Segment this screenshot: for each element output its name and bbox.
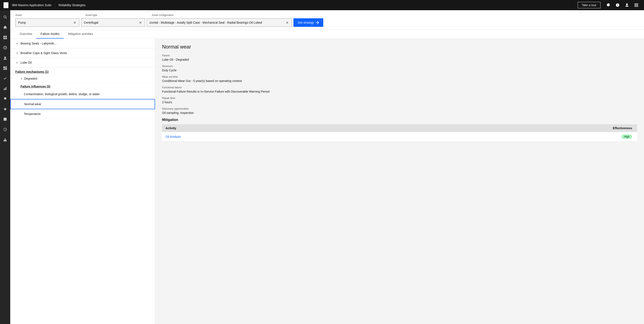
svg-rect-5: [637, 3, 638, 4]
functional-failure-value: Functional Failure Results in In-Service…: [162, 90, 637, 93]
top-navigation: IBM Maximo Application Suite Reliability…: [0, 0, 644, 10]
help-icon[interactable]: [613, 1, 622, 9]
discovery-value: Oil sampling, Inspection: [162, 111, 637, 115]
parent-label: Parent: [162, 54, 637, 57]
svg-line-31: [5, 130, 6, 130]
apps-icon[interactable]: [632, 1, 640, 9]
mitigation-table: Activity Effectiveness Oil Analysis High: [162, 124, 637, 142]
stressors-field: Stressors Duty Cycle: [162, 65, 637, 72]
svg-rect-24: [4, 89, 4, 90]
tree-leaf-temperature[interactable]: Temperature: [10, 109, 155, 119]
effectiveness-badge: High: [622, 135, 632, 139]
stressors-value: Duty Cycle: [162, 69, 637, 72]
asset-input[interactable]: [18, 21, 73, 24]
effectiveness-cell: High: [374, 132, 637, 142]
sidebar-tasks[interactable]: [0, 73, 10, 83]
sidebar-user[interactable]: [0, 53, 10, 63]
menu-icon[interactable]: [4, 2, 8, 8]
svg-rect-21: [5, 66, 7, 67]
svg-rect-8: [637, 5, 638, 5]
content-area: ∨ Bearing Seals - Labyrinth... ∨ Breathe…: [10, 39, 644, 324]
mitigation-table-header: Activity Effectiveness: [162, 124, 637, 132]
sidebar-search[interactable]: [0, 12, 10, 22]
asset-type-input-wrap[interactable]: ✕: [81, 18, 145, 27]
sidebar-analytics[interactable]: [0, 83, 10, 94]
detail-title: Normal wear: [162, 44, 637, 50]
functional-failure-field: Functional failure Functional Failure Re…: [162, 86, 637, 93]
svg-line-13: [6, 18, 6, 18]
sidebar-settings[interactable]: [0, 94, 10, 104]
chevron-breather-icon: ∨: [15, 51, 19, 54]
tree-leaf-contamination[interactable]: Contamination, biological growth, debris…: [10, 89, 155, 99]
failure-influences-section: Failure influences (3): [10, 83, 155, 89]
asset-input-wrap[interactable]: ✕: [15, 18, 79, 27]
asset-type-input[interactable]: [84, 21, 138, 24]
wear-out-label: Wear out time: [162, 75, 637, 78]
svg-rect-3: [634, 3, 636, 4]
sidebar-box[interactable]: [0, 114, 10, 124]
activity-header: Activity: [162, 124, 374, 132]
stressors-label: Stressors: [162, 65, 637, 68]
tree-panel: ∨ Bearing Seals - Labyrinth... ∨ Breathe…: [10, 39, 155, 324]
asset-type-label: Asset type: [84, 14, 152, 17]
tab-bar: Overview Failure modes Mitigation activi…: [10, 30, 644, 39]
svg-rect-23: [5, 68, 7, 70]
sidebar-warning[interactable]: [0, 135, 10, 145]
parent-field: Parent Lube Oil - Degraded: [162, 54, 637, 61]
take-tour-button[interactable]: Take a tour: [578, 2, 600, 8]
sidebar-history[interactable]: [0, 43, 10, 53]
sidebar-dashboard[interactable]: [0, 63, 10, 73]
failure-mechanisms-section: Failure mechanisms (1): [10, 67, 155, 75]
chevron-lube-icon: ∧: [15, 61, 19, 64]
parent-value: Lube Oil - Degraded: [162, 58, 637, 61]
asset-label: Asset: [15, 14, 84, 17]
table-row: Oil Analysis High: [162, 132, 637, 142]
effectiveness-header: Effectiveness: [374, 124, 637, 132]
svg-rect-4: [636, 3, 637, 4]
svg-rect-6: [634, 5, 636, 5]
svg-rect-7: [636, 5, 637, 5]
asset-config-input-wrap[interactable]: ✕: [147, 18, 292, 27]
main-content: Asset Asset type Asset configuration ✕ ✕…: [10, 10, 644, 324]
asset-config-input[interactable]: [150, 21, 285, 24]
tab-failure-modes[interactable]: Failure modes: [36, 30, 64, 38]
discovery-field: Discovery opportunities Oil sampling, In…: [162, 107, 637, 115]
brand-name: IBM Maximo Application Suite: [12, 3, 52, 7]
detail-panel: Normal wear Parent Lube Oil - Degraded S…: [155, 39, 644, 324]
svg-rect-2: [4, 6, 8, 6]
sidebar-grid[interactable]: [0, 32, 10, 43]
tree-leaf-normal-wear[interactable]: Normal wear: [10, 99, 155, 109]
filter-bar: Asset Asset type Asset configuration ✕ ✕…: [10, 10, 644, 30]
get-strategy-button[interactable]: Get strategy: [294, 18, 323, 27]
topnav-icon-group: [604, 1, 640, 9]
repair-time-label: Repair time: [162, 97, 637, 100]
asset-config-clear-button[interactable]: ✕: [285, 21, 289, 25]
tree-item-bearing-seals[interactable]: ∨ Bearing Seals - Labyrinth...: [10, 39, 155, 48]
tree-item-degraded[interactable]: ∧ Degraded: [10, 75, 155, 83]
svg-rect-17: [5, 38, 7, 39]
asset-clear-button[interactable]: ✕: [73, 21, 76, 25]
svg-rect-20: [4, 66, 5, 68]
svg-point-12: [4, 16, 6, 18]
tree-item-lube-oil[interactable]: ∧ Lube Oil: [10, 58, 155, 67]
settings-icon[interactable]: [604, 1, 612, 9]
sidebar-star[interactable]: [0, 104, 10, 114]
tab-mitigation-activities[interactable]: Mitigation activities: [64, 30, 98, 38]
svg-rect-1: [4, 4, 8, 5]
repair-time-value: 2 hours: [162, 101, 637, 104]
svg-rect-26: [6, 87, 6, 90]
nav-divider: [55, 2, 55, 8]
svg-rect-16: [4, 38, 5, 39]
asset-type-clear-button[interactable]: ✕: [138, 21, 142, 25]
tab-overview[interactable]: Overview: [15, 30, 36, 38]
chevron-icon: ∨: [15, 42, 19, 45]
svg-rect-0: [4, 3, 8, 3]
sidebar-clock[interactable]: [0, 124, 10, 135]
user-icon[interactable]: [623, 1, 631, 9]
app-name: Reliability Strategies: [58, 3, 86, 7]
tree-item-breather-caps[interactable]: ∨ Breather Caps & Sight Glass Vents: [10, 48, 155, 58]
activity-link[interactable]: Oil Analysis: [166, 135, 181, 138]
sidebar-home[interactable]: [0, 22, 10, 32]
functional-failure-label: Functional failure: [162, 86, 637, 89]
wear-out-value: Conditional Wear Out - 5 year(s) based o…: [162, 79, 637, 83]
